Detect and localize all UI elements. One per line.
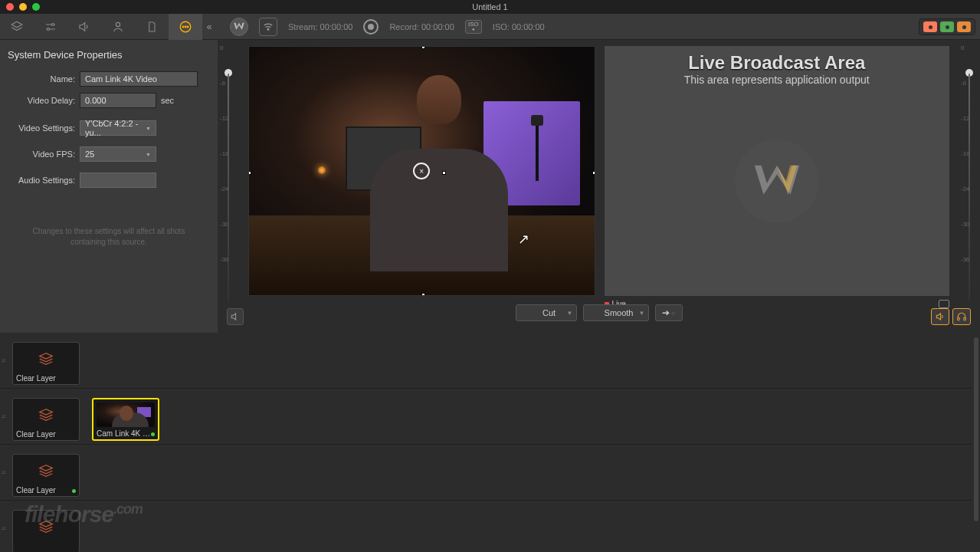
record-button[interactable] (363, 19, 379, 34)
tab-person-icon[interactable] (101, 14, 135, 40)
svg-rect-10 (964, 317, 965, 320)
wirecast-logo-icon (735, 139, 819, 223)
layer-handle[interactable]: ≡ (2, 415, 5, 418)
live-viewport: Live Broadcast Area This area represents… (605, 46, 950, 296)
layer-row: ≡Clear Layer (0, 333, 972, 389)
preview-area: 0-6-12-18-24-30-36 0-6-12-18-24-30-36 × … (218, 40, 980, 333)
resize-handle[interactable] (421, 47, 425, 49)
meter-tick: 0 (220, 44, 223, 51)
layer-handle[interactable]: ≡ (2, 359, 5, 362)
shot-clear[interactable]: Clear Layer (12, 398, 80, 441)
panel-title: System Device Properties (8, 49, 210, 61)
svg-point-8 (267, 28, 269, 30)
toolbar: « Stream: 00:00:00 Record: 00:00:00 ISO●… (0, 14, 980, 40)
delay-suffix: sec (161, 96, 174, 105)
layers-scrollbar[interactable] (974, 337, 978, 521)
audio-settings-select[interactable] (80, 172, 156, 188)
preview-viewport[interactable]: × ↖ Preview (248, 46, 595, 296)
stream-connection-icon[interactable] (259, 18, 277, 36)
svg-marker-11 (40, 353, 53, 359)
svg-marker-0 (11, 21, 22, 28)
speaker-output-button[interactable] (931, 308, 949, 325)
audio-meter-right: 0-6-12-18-24-30-36 (959, 40, 980, 308)
svg-marker-12 (40, 409, 53, 415)
window-close[interactable] (6, 3, 14, 11)
chevron-down-icon: ▼ (639, 310, 645, 317)
status-pill-green[interactable] (940, 21, 954, 32)
meter-tick: -24 (961, 186, 978, 192)
chevron-down-icon: ▼ (567, 310, 573, 317)
meter-tick: -12 (961, 115, 978, 122)
layer-handle[interactable]: ≡ (2, 527, 5, 530)
iso-button[interactable]: ISO● (465, 20, 482, 34)
layer-handle[interactable]: ≡ (2, 471, 5, 474)
headphones-button[interactable] (952, 308, 971, 325)
tab-document-icon[interactable] (135, 14, 169, 40)
video-settings-select[interactable]: Y'CbCr 4:2:2 - yu...▼ (80, 120, 156, 136)
resize-handle[interactable] (249, 171, 251, 175)
transition-smooth-select[interactable]: Smooth▼ (583, 304, 649, 321)
resize-handle[interactable] (421, 293, 425, 295)
shot-camera[interactable]: Cam Link 4K Vide (92, 398, 159, 441)
svg-point-7 (187, 26, 188, 28)
live-dot-icon (72, 489, 76, 493)
fps-select[interactable]: 25▼ (80, 146, 156, 162)
status-pill-red[interactable] (923, 21, 937, 32)
delay-input[interactable] (80, 93, 156, 108)
meter-tick: -24 (220, 186, 229, 192)
resize-handle[interactable] (592, 171, 595, 175)
svg-point-3 (116, 22, 120, 26)
chevron-down-icon: ▼ (146, 126, 151, 131)
window-title: Untitled 1 (472, 2, 507, 12)
shot-label: Clear Layer (16, 486, 76, 495)
video-settings-label: Video Settings: (8, 123, 75, 133)
shot-label: Clear Layer (16, 374, 76, 383)
meter-tick: -12 (220, 115, 229, 122)
selection-center-handle[interactable]: × (413, 163, 430, 179)
shot-clear[interactable]: Clear Layer (12, 342, 80, 385)
meter-tick: -18 (961, 150, 978, 157)
svg-marker-13 (40, 465, 53, 471)
status-indicators (919, 18, 975, 35)
watermark: filehorse.com (25, 501, 143, 527)
meter-tick: 0 (961, 44, 978, 51)
live-dot-icon (151, 432, 155, 436)
mute-preview-button[interactable] (227, 308, 244, 325)
delay-label: Video Delay: (8, 96, 75, 105)
preview-video-content: × ↖ (249, 47, 595, 295)
live-subtitle: This area represents application output (605, 74, 950, 86)
meter-tick: -6 (961, 80, 978, 87)
stream-label: Stream: 00:00:00 (288, 22, 352, 31)
rotate-handle[interactable] (442, 171, 446, 175)
monitor-icon[interactable] (939, 300, 949, 308)
tab-adjust-icon[interactable] (34, 14, 67, 40)
layers-icon (36, 351, 56, 368)
meter-tick: -36 (961, 256, 978, 263)
svg-point-5 (182, 26, 184, 28)
meter-tick: -36 (220, 256, 229, 263)
tab-audio-icon[interactable] (67, 14, 101, 40)
transition-cut-select[interactable]: Cut▼ (516, 304, 577, 321)
window-minimize[interactable] (19, 3, 27, 11)
settings-note: Changes to these settings will affect al… (8, 226, 210, 248)
shot-clear[interactable]: Clear Layer (12, 454, 80, 497)
collapse-panel-icon[interactable]: « (202, 14, 216, 40)
shot-label: Cam Link 4K Vide (97, 429, 155, 438)
live-title: Live Broadcast Area (605, 46, 950, 74)
iso-label: ISO: 00:00:00 (493, 22, 545, 31)
meter-tick: -18 (220, 150, 229, 157)
layers-icon (36, 463, 56, 480)
tab-layers-icon[interactable] (0, 14, 34, 40)
layers-area: ≡Clear Layer≡Clear LayerCam Link 4K Vide… (0, 333, 972, 552)
go-button[interactable]: ➔○ (655, 304, 683, 321)
audio-settings-label: Audio Settings: (8, 176, 75, 185)
record-label: Record: 00:00:00 (389, 22, 454, 31)
shot-label: Clear Layer (16, 430, 76, 439)
tab-more-icon[interactable] (169, 14, 202, 40)
status-pill-orange[interactable] (957, 21, 971, 32)
layers-icon (36, 407, 56, 424)
name-input[interactable] (80, 71, 198, 87)
meter-tick: -30 (961, 221, 978, 228)
window-zoom[interactable] (32, 3, 40, 11)
svg-point-1 (52, 23, 54, 25)
